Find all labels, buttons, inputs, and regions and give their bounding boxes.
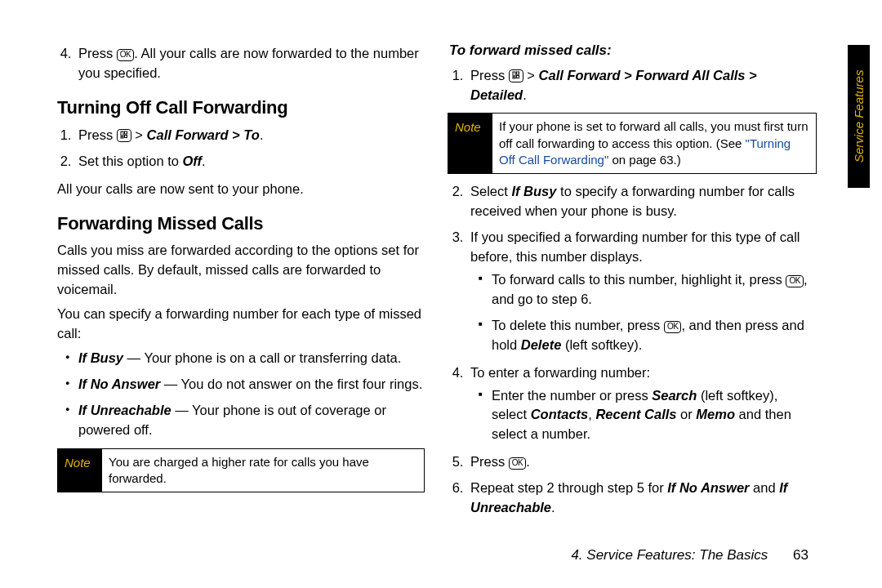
bullet-if-unreachable: If Unreachable — Your phone is out of co… — [69, 401, 425, 440]
search-label: Search — [652, 388, 697, 403]
step-4: Press OK. All your calls are now forward… — [75, 44, 425, 83]
svg-rect-0 — [121, 131, 123, 136]
text: To enter a forwarding number: — [470, 365, 650, 380]
ok-key-icon: OK — [786, 275, 803, 287]
heading-fmc: Forwarding Missed Calls — [57, 211, 425, 237]
text: Select — [470, 184, 511, 198]
svg-rect-1 — [124, 131, 127, 134]
text: and — [749, 480, 779, 495]
text: Repeat step 2 through step 5 for — [470, 480, 667, 495]
turnoff-step-1: Press > Call Forward > To. — [75, 126, 425, 145]
off-label: Off — [183, 154, 203, 168]
if-busy-label: If Busy — [511, 184, 556, 198]
ok-key-icon: OK — [664, 321, 681, 333]
note-body: You are charged a higher rate for calls … — [102, 449, 424, 492]
text: . — [526, 454, 530, 469]
text: on page 63.) — [608, 153, 680, 167]
paragraph: You can specify a forwarding number for … — [57, 305, 425, 344]
manual-page: Press OK. All your calls are now forward… — [0, 0, 882, 588]
text: — Your phone is on a call or transferrin… — [123, 350, 401, 365]
text: . — [551, 500, 555, 514]
text: Set this option to — [78, 154, 183, 168]
text: To delete this number, press — [492, 318, 664, 332]
paragraph: Calls you miss are forwarded according t… — [57, 241, 425, 300]
label: If No Answer — [78, 376, 160, 391]
delete-label: Delete — [521, 337, 562, 352]
text: Press — [78, 127, 117, 142]
menu-key-icon — [117, 129, 131, 142]
text: > — [523, 68, 539, 82]
menu-key-icon — [509, 69, 523, 82]
text: or — [677, 407, 697, 421]
svg-rect-5 — [516, 72, 519, 74]
label: If Busy — [78, 350, 123, 365]
fwd-step-5: Press OK. — [467, 452, 817, 472]
turnoff-step-2: Set this option to Off. — [75, 152, 425, 172]
sub-forward: To forward calls to this number, highlig… — [482, 270, 817, 310]
text: (left softkey). — [561, 337, 642, 352]
fwd-step-1: Press > Call Forward > Forward All Calls… — [467, 66, 817, 105]
text: If you specified a forwarding number for… — [470, 229, 800, 264]
fwd-step-4: To enter a forwarding number: Enter the … — [467, 363, 817, 445]
if-no-answer-label: If No Answer — [667, 480, 749, 495]
heading-turning-off: Turning Off Call Forwarding — [57, 95, 425, 121]
text: . — [523, 87, 527, 102]
recent-calls-label: Recent Calls — [595, 407, 676, 421]
svg-rect-7 — [513, 77, 515, 78]
text: . — [202, 154, 206, 168]
footer-chapter: 4. Service Features: The Basics — [571, 547, 768, 563]
note-body: If your phone is set to forward all call… — [492, 114, 816, 173]
text: Press — [470, 68, 509, 82]
ok-key-icon: OK — [117, 49, 134, 61]
text: Press — [78, 46, 117, 60]
sub-delete: To delete this number, press OK, and the… — [482, 316, 817, 355]
fwd-step-3: If you specified a forwarding number for… — [467, 228, 817, 355]
subheading: To forward missed calls: — [449, 41, 817, 61]
text: Enter the number or press — [492, 388, 652, 403]
memo-label: Memo — [696, 407, 735, 421]
page-number: 63 — [793, 547, 808, 564]
contacts-label: Contacts — [531, 407, 589, 421]
sub-enter-number: Enter the number or press Search (left s… — [482, 386, 817, 445]
text: — You do not answer on the first four ri… — [160, 376, 422, 391]
label: If Unreachable — [78, 403, 172, 417]
text: . — [260, 127, 264, 142]
section-tab: Service Features — [848, 45, 870, 188]
note-box: Note You are charged a higher rate for c… — [57, 448, 425, 493]
left-column: Press OK. All your calls are now forward… — [57, 41, 441, 555]
note-label: Note — [58, 449, 102, 492]
svg-rect-6 — [516, 75, 519, 78]
svg-rect-2 — [124, 135, 127, 137]
fwd-step-2: Select If Busy to specify a forwarding n… — [467, 182, 817, 221]
text: To forward calls to this number, highlig… — [492, 272, 786, 287]
note-box: Note If your phone is set to forward all… — [448, 113, 817, 174]
bullet-if-no-answer: If No Answer — You do not answer on the … — [69, 375, 425, 394]
svg-rect-4 — [513, 72, 515, 76]
page-footer: 4. Service Features: The Basics 63 — [571, 547, 808, 564]
paragraph: All your calls are now sent to your phon… — [57, 180, 425, 199]
ok-key-icon: OK — [509, 457, 526, 470]
menu-path: Call Forward > To — [147, 127, 260, 142]
text: > — [131, 127, 147, 142]
bullet-if-busy: If Busy — Your phone is on a call or tra… — [69, 349, 425, 368]
text: Press — [470, 454, 509, 469]
right-column: To forward missed calls: Press > Call Fo… — [449, 41, 858, 555]
fwd-step-6: Repeat step 2 through step 5 for If No A… — [467, 479, 817, 518]
svg-rect-3 — [121, 136, 123, 138]
note-label: Note — [448, 114, 492, 173]
